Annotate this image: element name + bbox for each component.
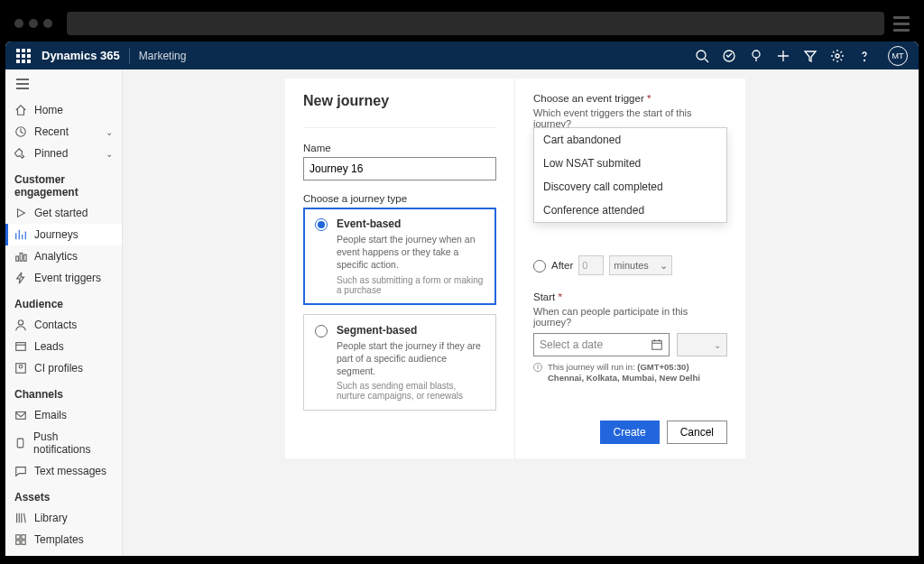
divider xyxy=(129,48,130,64)
nav-label: Home xyxy=(34,104,63,116)
radio-icon xyxy=(315,218,328,231)
name-input[interactable] xyxy=(303,157,496,180)
app-launcher-icon[interactable] xyxy=(16,49,31,63)
nav-section-engagement: Customer engagement xyxy=(5,164,122,202)
info-icon: i xyxy=(533,363,542,372)
start-time-select[interactable]: ⌄ xyxy=(677,333,727,356)
module-name[interactable]: Marketing xyxy=(139,50,187,62)
main-content: New journey Name Choose a journey type E… xyxy=(123,69,919,556)
after-label: After xyxy=(551,260,573,271)
nav-label: Pinned xyxy=(34,147,68,160)
sidebar-item-pinned[interactable]: Pinned ⌄ xyxy=(5,143,122,164)
svg-rect-14 xyxy=(16,343,26,351)
trigger-option[interactable]: Discovery call completed xyxy=(534,175,726,199)
nav-label: Push notifications xyxy=(33,430,113,456)
svg-rect-18 xyxy=(17,439,23,448)
sidebar-item-contacts[interactable]: Contacts xyxy=(5,314,122,336)
lightbulb-icon[interactable] xyxy=(749,49,763,63)
sidebar-item-get-started[interactable]: Get started xyxy=(5,202,122,224)
library-icon xyxy=(14,512,27,524)
journey-type-event-based[interactable]: Event-based People start the journey whe… xyxy=(303,208,496,305)
filter-icon[interactable] xyxy=(803,49,818,63)
page-title: New journey xyxy=(303,93,496,109)
chevron-down-icon: ⌄ xyxy=(106,149,113,159)
journey-type-segment-based[interactable]: Segment-based People start the journey i… xyxy=(303,314,496,411)
target-icon[interactable] xyxy=(722,49,736,63)
sidebar-item-journeys[interactable]: Journeys xyxy=(5,224,122,245)
radio-desc: People start the journey when an event h… xyxy=(337,233,485,272)
trigger-label: Choose an event trigger xyxy=(533,93,727,104)
svg-point-0 xyxy=(697,51,706,60)
url-bar[interactable] xyxy=(67,12,884,35)
person-icon xyxy=(14,319,27,331)
nav-label: CI profiles xyxy=(34,362,83,374)
sidebar-item-emails[interactable]: Emails xyxy=(5,404,122,426)
after-unit-select[interactable]: minutes⌄ xyxy=(609,255,672,275)
sidebar-item-library[interactable]: Library xyxy=(5,507,122,529)
chevron-down-icon: ⌄ xyxy=(660,260,668,272)
trigger-sublabel: Which event triggers the start of this j… xyxy=(533,107,727,129)
sidebar-item-recent[interactable]: Recent ⌄ xyxy=(5,121,122,143)
journey-icon xyxy=(14,228,27,241)
nav-section-assets: Assets xyxy=(5,482,122,507)
home-icon xyxy=(14,104,27,116)
sidebar-item-text[interactable]: Text messages xyxy=(5,460,122,482)
sidebar-item-leads[interactable]: Leads xyxy=(5,336,122,357)
create-button[interactable]: Create xyxy=(600,421,660,444)
nav-label: Text messages xyxy=(34,465,106,477)
avatar[interactable]: MT xyxy=(888,46,908,66)
svg-point-13 xyxy=(18,320,23,325)
push-icon xyxy=(14,437,26,449)
pin-icon xyxy=(14,147,27,160)
chevron-down-icon: ⌄ xyxy=(714,340,721,350)
radio-title: Segment-based xyxy=(337,324,485,337)
browser-chrome xyxy=(5,5,919,42)
trigger-option[interactable]: Conference attended xyxy=(534,199,726,222)
sidebar-item-templates[interactable]: Templates xyxy=(5,529,122,550)
divider xyxy=(303,127,496,128)
radio-icon xyxy=(533,260,546,273)
sidebar-item-analytics[interactable]: Analytics xyxy=(5,245,122,267)
cancel-button[interactable]: Cancel xyxy=(667,421,727,444)
svg-rect-24 xyxy=(652,341,662,350)
clock-icon xyxy=(14,125,27,138)
after-option[interactable]: After minutes⌄ xyxy=(533,255,727,275)
radio-hint: Such as submitting a form or making a pu… xyxy=(337,275,485,295)
name-label: Name xyxy=(303,143,496,153)
trigger-option[interactable]: Low NSAT submited xyxy=(534,152,726,175)
sidebar-item-home[interactable]: Home xyxy=(5,99,122,121)
trigger-option[interactable]: Cart abandoned xyxy=(534,128,726,152)
svg-point-16 xyxy=(19,365,23,369)
app-top-bar: Dynamics 365 Marketing MT xyxy=(5,42,919,69)
after-number-input[interactable] xyxy=(578,255,604,275)
analytics-icon xyxy=(14,250,27,263)
nav-label: Recent xyxy=(34,125,69,138)
browser-menu-icon[interactable] xyxy=(893,16,910,32)
sidebar-item-ci-profiles[interactable]: CI profiles xyxy=(5,357,122,379)
plus-icon[interactable] xyxy=(776,49,790,63)
nav-label: Leads xyxy=(34,340,64,353)
chat-icon xyxy=(14,465,27,477)
nav-label: Contacts xyxy=(34,319,77,331)
window-controls[interactable] xyxy=(14,19,52,28)
start-label: Start xyxy=(533,291,727,302)
sidebar-item-push[interactable]: Push notifications xyxy=(5,426,122,460)
nav-label: Analytics xyxy=(34,250,78,263)
nav-label: Library xyxy=(34,512,68,524)
sidebar-collapse-icon[interactable] xyxy=(5,75,122,99)
nav-label: Get started xyxy=(34,207,88,219)
start-sublabel: When can people participate in this jour… xyxy=(533,306,727,328)
help-icon[interactable] xyxy=(857,49,872,63)
nav-label: Journeys xyxy=(34,228,79,241)
svg-point-3 xyxy=(753,51,760,58)
gear-icon[interactable] xyxy=(830,49,845,63)
start-date-input[interactable]: Select a date xyxy=(533,333,670,356)
sidebar-item-event-triggers[interactable]: Event triggers xyxy=(5,267,122,289)
nav-section-audience: Audience xyxy=(5,289,122,314)
radio-icon xyxy=(315,325,328,337)
svg-line-1 xyxy=(705,59,708,62)
search-icon[interactable] xyxy=(695,49,709,63)
template-icon xyxy=(14,533,27,546)
bolt-icon xyxy=(14,272,27,284)
timezone-note: i This journey will run in: (GMT+05:30) … xyxy=(533,362,727,384)
